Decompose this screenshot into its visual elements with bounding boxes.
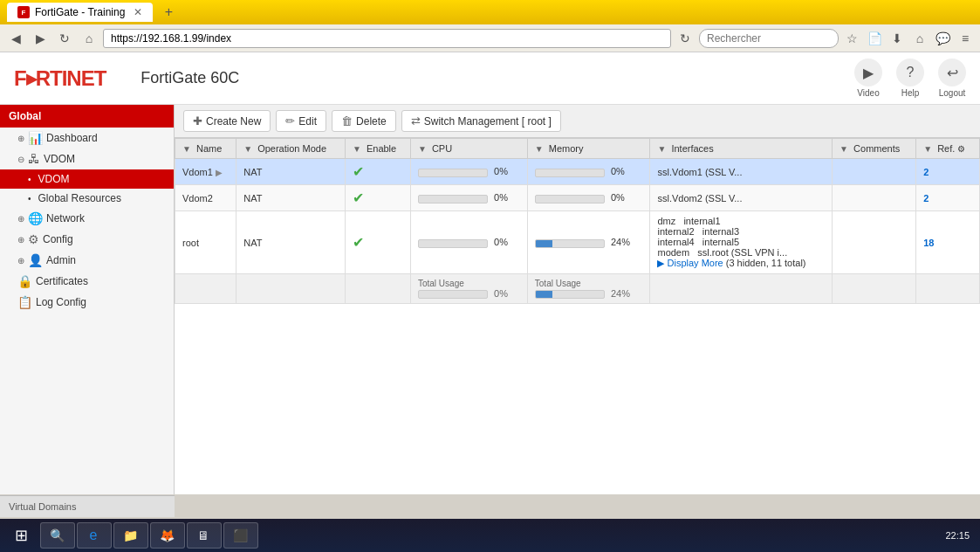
col-enable[interactable]: ▼ Enable <box>345 139 410 159</box>
taskbar-search[interactable]: 🔍 <box>40 522 75 549</box>
switch-management-button[interactable]: ⇄ Switch Management [ root ] <box>401 110 561 132</box>
col-name[interactable]: ▼ Name <box>175 139 236 159</box>
col-cpu[interactable]: ▼ CPU <box>410 139 527 159</box>
cell-name[interactable]: Vdom2 <box>175 185 236 211</box>
home-button[interactable]: ⌂ <box>79 28 99 49</box>
cell-name[interactable]: Vdom1 ▶ <box>175 159 236 185</box>
certificates-icon: 🔒 <box>17 274 32 288</box>
chat-icon[interactable]: 💬 <box>933 29 952 48</box>
menu-icon[interactable]: ≡ <box>956 29 975 48</box>
table-row[interactable]: root NAT ✔ 0% 24% <box>175 211 980 274</box>
back-button[interactable]: ◀ <box>5 28 26 49</box>
cell-memory: 24% <box>527 211 650 274</box>
create-new-button[interactable]: ✚ Create New <box>183 110 271 132</box>
taskbar-screen[interactable]: 🖥 <box>187 522 222 549</box>
url-bar[interactable] <box>103 29 671 48</box>
taskbar-cmd[interactable]: ⬛ <box>223 522 258 549</box>
edit-button[interactable]: ✏ Edit <box>276 110 326 132</box>
sidebar-item-vdom-parent[interactable]: ⊖ 🖧 VDOM <box>0 148 174 169</box>
col-memory[interactable]: ▼ Memory <box>527 139 650 159</box>
table-row[interactable]: Vdom2 NAT ✔ 0% 0% ssl.Vdom <box>175 185 980 211</box>
table-row[interactable]: Vdom1 ▶ NAT ✔ 0% 0% <box>175 159 980 185</box>
cpu-progress-bar <box>418 169 488 177</box>
new-tab-button[interactable]: + <box>160 3 177 21</box>
col-operation-mode[interactable]: ▼ Operation Mode <box>236 139 346 159</box>
fortinet-logo: F▸RTINET <box>14 66 106 91</box>
cell-ref: 18 <box>916 211 980 274</box>
settings-col-icon[interactable]: ⚙ <box>957 144 965 154</box>
bookmark-icon[interactable]: ☆ <box>842 29 861 48</box>
download-icon[interactable]: ⬇ <box>887 29 907 48</box>
col-interfaces[interactable]: ▼ Interfaces <box>650 139 833 159</box>
sidebar-item-admin[interactable]: ⊕ 👤 Admin <box>0 250 174 271</box>
taskbar-explorer[interactable]: 📁 <box>113 522 148 549</box>
memory-progress-bar <box>535 169 605 177</box>
cell-ref: 2 <box>916 185 980 211</box>
taskbar-clock: 22:15 <box>945 530 977 541</box>
forward-button[interactable]: ▶ <box>30 28 51 49</box>
sidebar-item-dashboard[interactable]: ⊕ 📊 Dashboard <box>0 128 174 148</box>
col-ref[interactable]: ▼ Ref. ⚙ <box>916 139 980 159</box>
home-nav-icon[interactable]: ⌂ <box>910 29 929 48</box>
help-button[interactable]: ? Help <box>896 59 924 98</box>
sidebar-item-network[interactable]: ⊕ 🌐 Network <box>0 208 174 229</box>
table-header-row: ▼ Name ▼ Operation Mode ▼ Enable ▼ <box>175 139 980 159</box>
cell-interfaces: ssl.Vdom1 (SSL V... <box>650 159 833 185</box>
tab-close-button[interactable]: ✕ <box>134 6 142 18</box>
cell-cpu: 0% <box>410 159 527 185</box>
sidebar-section-global: Global <box>0 105 174 128</box>
expand-icon: ⊕ <box>17 134 24 143</box>
vdom-parent-icon: 🖧 <box>28 152 40 166</box>
sidebar-item-vdom[interactable]: • VDOM <box>0 169 174 189</box>
tab-favicon: F <box>17 6 30 18</box>
cell-comments <box>833 185 916 211</box>
cell-interfaces: dmz internal1 internal2 internal3 intern… <box>650 211 833 274</box>
col-comments[interactable]: ▼ Comments <box>833 139 916 159</box>
reading-icon[interactable]: 📄 <box>865 29 884 48</box>
app-container: F▸RTINET FortiGate 60C ▶ Video ? Help ↩ … <box>0 52 980 494</box>
network-icon: 🌐 <box>28 211 43 225</box>
search-bar[interactable] <box>699 29 839 48</box>
browser-tab[interactable]: F FortiGate - Training ✕ <box>7 3 153 22</box>
taskbar-firefox[interactable]: 🦊 <box>150 522 185 549</box>
cell-enable: ✔ <box>345 211 410 274</box>
sidebar-item-config[interactable]: ⊕ ⚙ Config <box>0 229 174 250</box>
start-button[interactable]: ⊞ <box>3 521 38 549</box>
log-icon: 📋 <box>17 295 32 309</box>
ie-icon: e <box>85 527 102 544</box>
main-layout: Global ⊕ 📊 Dashboard ⊖ 🖧 VDOM • VDOM • G… <box>0 105 980 494</box>
logout-icon: ↩ <box>938 59 966 86</box>
switch-icon: ⇄ <box>411 114 421 128</box>
explorer-icon: 📁 <box>121 527 139 544</box>
display-more-link[interactable]: ▶ Display More <box>657 258 723 268</box>
expand-icon: ⊕ <box>17 235 24 245</box>
bullet-icon: • <box>28 175 31 184</box>
sidebar-item-global-resources[interactable]: • Global Resources <box>0 189 174 208</box>
config-icon: ⚙ <box>28 232 39 246</box>
logout-button[interactable]: ↩ Logout <box>938 59 966 98</box>
total-empty <box>916 274 980 304</box>
cell-enable: ✔ <box>345 159 410 185</box>
cell-comments <box>833 211 916 274</box>
cell-cpu: 0% <box>410 211 527 274</box>
video-icon: ▶ <box>854 59 882 86</box>
total-memory-bar <box>535 290 605 299</box>
delete-button[interactable]: 🗑 Delete <box>332 110 396 132</box>
sidebar-item-log-config[interactable]: 📋 Log Config <box>0 292 174 313</box>
screen-icon: 🖥 <box>195 527 212 544</box>
sidebar-item-certificates[interactable]: 🔒 Certificates <box>0 271 174 292</box>
cmd-icon: ⬛ <box>231 527 249 544</box>
taskbar: ⊞ 🔍 e 📁 🦊 🖥 ⬛ 22:15 <box>0 519 980 552</box>
total-memory: Total Usage 24% <box>527 274 650 304</box>
taskbar-ie[interactable]: e <box>77 522 112 549</box>
video-button[interactable]: ▶ Video <box>854 59 882 98</box>
row-arrow: ▶ <box>216 168 223 177</box>
content-area: ✚ Create New ✏ Edit 🗑 Delete ⇄ Switch Ma… <box>175 105 980 494</box>
cell-ref: 2 <box>916 159 980 185</box>
cell-name[interactable]: root <box>175 211 236 274</box>
refresh-button[interactable]: ↻ <box>675 28 696 49</box>
cell-cpu: 0% <box>410 185 527 211</box>
reload-button[interactable]: ↻ <box>54 28 75 49</box>
enable-check-icon: ✔ <box>353 235 364 250</box>
cell-operation-mode: NAT <box>236 185 346 211</box>
